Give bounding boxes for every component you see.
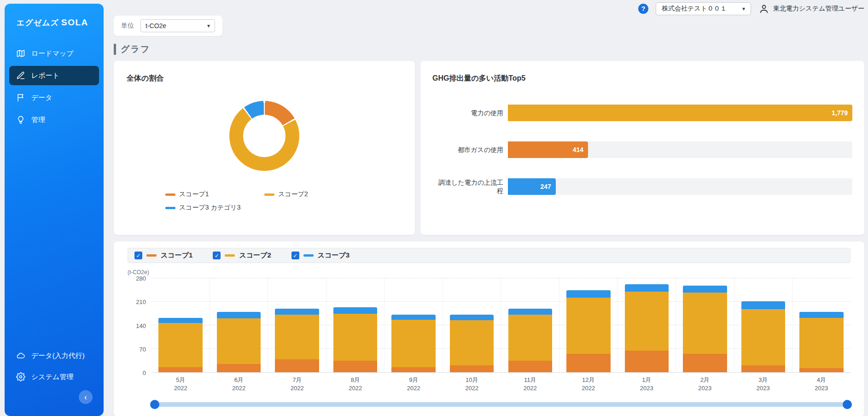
bar-segment-スコープ1 xyxy=(508,361,552,373)
sidebar-menu: ロードマップ レポート データ 管理 xyxy=(5,44,104,129)
x-tick-label: 1月2023 xyxy=(618,376,676,393)
sidebar-bottom: データ(入力代行) システム管理 ‹ xyxy=(5,346,104,416)
overall-ratio-card: 全体の割合 スコープ1 スコープ2 スコープ3 カテゴリ3 xyxy=(114,61,415,235)
stacked-chart xyxy=(151,278,851,373)
flag-icon xyxy=(16,93,25,102)
sidebar-collapse-button[interactable]: ‹ xyxy=(79,390,93,404)
bar-segment-スコープ2 xyxy=(391,320,435,367)
logo-text: エグゼムズ xyxy=(17,18,59,27)
scope2-toggle[interactable]: ✓ スコープ2 xyxy=(213,251,271,260)
top5-row: 調達した電力の上流工程247 xyxy=(432,178,852,195)
checkbox-checked-icon[interactable]: ✓ xyxy=(291,252,299,259)
sidebar-item-admin[interactable]: 管理 xyxy=(9,110,99,129)
legend-item-scope1: スコープ1 xyxy=(165,190,264,199)
scope3-toggle[interactable]: ✓ スコープ3 xyxy=(291,251,350,260)
sidebar-item-system-admin[interactable]: システム管理 xyxy=(9,367,99,387)
stacked-bar xyxy=(625,278,669,372)
bar-cell xyxy=(384,278,443,372)
bar-value: 414 xyxy=(573,146,588,153)
bar-cell xyxy=(734,278,792,372)
bar-segment-スコープ1 xyxy=(799,368,843,372)
stacked-bar xyxy=(508,278,552,372)
unit-row: 単位 t-CO2e ▾ xyxy=(114,16,864,36)
legend-label: スコープ2 xyxy=(278,190,308,199)
monthly-emissions-card: ✓ スコープ1 ✓ スコープ2 ✓ スコープ3 (t-CO2e) 0701402… xyxy=(114,241,864,416)
bar-category-label: 都市ガスの使用 xyxy=(432,146,508,154)
chevron-down-icon: ▾ xyxy=(742,6,745,12)
slider-track[interactable] xyxy=(151,402,851,407)
bar-segment-スコープ1 xyxy=(566,354,610,372)
bar-segment-スコープ3 xyxy=(508,309,552,315)
stacked-bar xyxy=(450,278,494,372)
plot-wrap: 070140210280 xyxy=(128,278,851,373)
sidebar-item-report[interactable]: レポート xyxy=(9,66,99,85)
donut-hole xyxy=(243,115,285,157)
scope-label: スコープ2 xyxy=(239,251,271,260)
y-tick-label: 280 xyxy=(136,275,146,282)
donut-chart xyxy=(229,101,299,171)
sidebar: エグゼムズSOLA ロードマップ レポート データ 管理 データ(入力代行) シ… xyxy=(5,4,104,416)
sidebar-item-data[interactable]: データ xyxy=(9,88,99,107)
legend-label: スコープ1 xyxy=(179,190,209,199)
x-tick-label: 8月2022 xyxy=(326,376,385,393)
check-icon: ✓ xyxy=(215,252,219,259)
top5-activities-card: GHG排出量の多い活動Top5 電力の使用1,779都市ガスの使用414調達した… xyxy=(420,61,864,235)
bar-segment-スコープ2 xyxy=(566,298,610,354)
bar-segment-スコープ2 xyxy=(741,309,785,365)
bar-cell xyxy=(268,278,326,372)
bar-cell xyxy=(326,278,384,372)
bar-segment-スコープ3 xyxy=(741,301,785,309)
bar-fill: 247 xyxy=(508,178,556,195)
scope1-toggle[interactable]: ✓ スコープ1 xyxy=(134,251,192,260)
help-button[interactable]: ? xyxy=(638,4,648,14)
user-menu[interactable]: 東北電力システム管理ユーザー xyxy=(758,3,864,14)
checkbox-checked-icon[interactable]: ✓ xyxy=(213,252,221,259)
stacked-bar xyxy=(683,278,727,372)
bar-segment-スコープ2 xyxy=(158,323,202,367)
bar-segment-スコープ2 xyxy=(450,320,494,365)
company-select[interactable]: 株式会社テスト００１ ▾ xyxy=(656,2,751,15)
logo-brand: SOLA xyxy=(61,18,88,27)
bar-segment-スコープ3 xyxy=(450,315,494,320)
sidebar-item-label: ロードマップ xyxy=(31,49,74,58)
bar-segment-スコープ2 xyxy=(683,293,727,354)
bar-cell xyxy=(676,278,734,372)
bar-fill: 1,779 xyxy=(508,105,852,121)
help-icon: ? xyxy=(641,5,646,12)
bar-cell xyxy=(618,278,676,372)
collapse-row: ‹ xyxy=(9,388,99,411)
x-tick-label: 9月2022 xyxy=(384,376,443,393)
sidebar-item-data-entry-proxy[interactable]: データ(入力代行) xyxy=(9,346,99,365)
check-icon: ✓ xyxy=(136,252,140,259)
bar-value: 1,779 xyxy=(832,109,852,117)
stacked-bar xyxy=(566,278,610,372)
y-tick-label: 210 xyxy=(136,299,146,305)
bar-segment-スコープ1 xyxy=(158,367,202,372)
bar-segment-スコープ3 xyxy=(275,309,319,315)
bar-segment-スコープ1 xyxy=(333,361,377,373)
slider-handle-left[interactable] xyxy=(150,400,159,409)
range-slider[interactable] xyxy=(151,400,851,409)
legend-item-scope2: スコープ2 xyxy=(264,190,363,199)
slider-handle-right[interactable] xyxy=(843,400,852,409)
gear-icon xyxy=(16,372,25,381)
cards-row: 全体の割合 スコープ1 スコープ2 スコープ3 カテゴリ3 xyxy=(114,61,864,235)
stacked-bar xyxy=(391,278,435,372)
legend-swatch-scope3 xyxy=(165,207,175,209)
bar-cell xyxy=(210,278,268,372)
company-select-value: 株式会社テスト００１ xyxy=(662,5,727,13)
sidebar-item-label: システム管理 xyxy=(31,373,73,381)
checkbox-checked-icon[interactable]: ✓ xyxy=(134,252,142,259)
bar-segment-スコープ1 xyxy=(683,354,727,372)
bar-cell xyxy=(443,278,501,372)
x-tick-label: 7月2022 xyxy=(268,376,326,393)
x-axis: 5月20226月20227月20228月20229月202210月202211月… xyxy=(151,376,851,393)
unit-select[interactable]: t-CO2e ▾ xyxy=(140,19,215,32)
sidebar-item-roadmap[interactable]: ロードマップ xyxy=(9,44,99,63)
scope2-color-dash xyxy=(225,254,235,257)
unit-select-value: t-CO2e xyxy=(146,22,166,29)
bar-segment-スコープ3 xyxy=(158,318,202,323)
section-accent-bar xyxy=(114,44,116,55)
x-tick-label: 10月2022 xyxy=(443,376,501,393)
bar-segment-スコープ1 xyxy=(741,365,785,372)
